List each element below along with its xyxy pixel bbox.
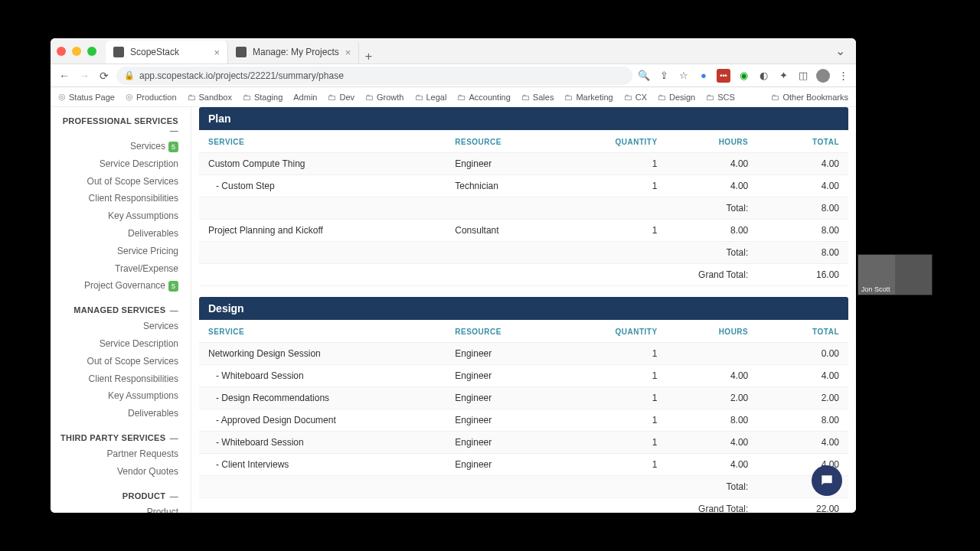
menu-icon[interactable]: ⋮ <box>836 69 850 83</box>
cell-quantity: 1 <box>576 175 667 197</box>
bookmark-staging[interactable]: 🗀Staging <box>243 93 283 102</box>
close-tab-icon[interactable]: × <box>345 47 351 58</box>
grammarly-icon[interactable]: ◉ <box>737 69 750 83</box>
sidepanel-icon[interactable]: ◫ <box>796 69 810 83</box>
bookmark-production[interactable]: ◎Production <box>126 92 177 102</box>
sidebar-section-header[interactable]: PRODUCT — <box>51 488 191 504</box>
sidebar-link[interactable]: Services <box>51 318 191 335</box>
sidebar-section-header[interactable]: THIRD PARTY SERVICES — <box>51 430 191 445</box>
extension-icon[interactable]: ◐ <box>756 69 770 83</box>
sidebar-link[interactable]: Project Governance <box>51 277 191 295</box>
sidebar-link[interactable]: Deliverables <box>51 225 191 243</box>
sidebar-link[interactable]: Service Description <box>51 335 191 353</box>
col-hours[interactable]: HOURS <box>667 130 758 153</box>
table-row[interactable]: - Approved Design Document Engineer 1 8.… <box>199 409 848 432</box>
cell-resource: Engineer <box>446 153 576 175</box>
profile-avatar[interactable] <box>816 69 830 83</box>
sidebar-link[interactable]: Service Description <box>51 155 191 173</box>
table-row[interactable]: Custom Compute Thing Engineer 1 4.00 4.0… <box>199 153 848 175</box>
chat-fab[interactable] <box>812 465 842 496</box>
bookmark-cx[interactable]: 🗀CX <box>624 93 647 102</box>
folder-icon: 🗀 <box>706 93 714 102</box>
cell-total: 4.00 <box>757 432 848 454</box>
extension-icon[interactable]: ● <box>697 69 710 83</box>
minimize-window-button[interactable] <box>72 47 81 56</box>
col-total[interactable]: TOTAL <box>757 130 848 153</box>
search-icon[interactable]: 🔍 <box>637 69 651 83</box>
col-service[interactable]: SERVICE <box>199 320 446 343</box>
other-bookmarks[interactable]: 🗀Other Bookmarks <box>771 93 848 102</box>
cell-quantity: 1 <box>576 343 667 365</box>
bookmark-scs[interactable]: 🗀SCS <box>706 93 735 102</box>
close-window-button[interactable] <box>57 47 66 56</box>
bookmark-accounting[interactable]: 🗀Accounting <box>457 93 510 102</box>
bookmark-sales[interactable]: 🗀Sales <box>521 93 554 102</box>
sidebar-link[interactable]: Vendor Quotes <box>51 463 191 481</box>
address-bar[interactable]: 🔒 app.scopestack.io/projects/22221/summa… <box>116 67 632 85</box>
col-quantity[interactable]: QUANTITY <box>576 130 667 153</box>
sidebar-link[interactable]: Services <box>51 138 191 155</box>
bookmark-sandbox[interactable]: 🗀Sandbox <box>188 93 232 102</box>
table-row[interactable]: - Whiteboard Session Engineer 1 4.00 4.0… <box>199 365 848 387</box>
bookmark-design[interactable]: 🗀Design <box>658 93 695 102</box>
table-row[interactable]: - Design Recommendations Engineer 1 2.00… <box>199 387 848 409</box>
sidebar-link[interactable]: Out of Scope Services <box>51 173 191 191</box>
table-row[interactable]: Project Planning and Kickoff Consultant … <box>199 220 848 242</box>
sidebar-link[interactable]: Client Responsibilities <box>51 370 191 388</box>
col-resource[interactable]: RESOURCE <box>446 320 576 343</box>
sidebar-link[interactable]: Deliverables <box>51 405 191 422</box>
sidebar-link[interactable]: Client Responsibilities <box>51 190 191 207</box>
tab-overflow-icon[interactable]: ⌄ <box>831 44 850 58</box>
folder-icon: 🗀 <box>328 93 336 102</box>
bookmark-status-page[interactable]: ◎Status Page <box>58 92 115 102</box>
forward-button[interactable]: → <box>77 68 92 83</box>
bookmark-icon[interactable]: ☆ <box>677 69 691 83</box>
col-quantity[interactable]: QUANTITY <box>576 320 667 343</box>
table-row[interactable]: - Client Interviews Engineer 1 4.00 4.00 <box>199 454 848 476</box>
sidebar-link[interactable]: Key Assumptions <box>51 387 191 405</box>
bookmark-dev[interactable]: 🗀Dev <box>328 93 354 102</box>
main-content: Plan SERVICE RESOURCE QUANTITY HOURS TOT… <box>191 107 856 513</box>
sidebar-section-header[interactable]: PROFESSIONAL SERVICES — <box>51 113 191 138</box>
reload-button[interactable]: ⟳ <box>96 68 112 83</box>
extensions-icon[interactable]: ✦ <box>776 69 790 83</box>
share-icon[interactable]: ⇪ <box>657 69 671 83</box>
sidebar-link[interactable]: Service Pricing <box>51 243 191 260</box>
table-row[interactable]: Networking Design Session Engineer 1 0.0… <box>199 343 848 365</box>
sidebar-link[interactable]: Out of Scope Services <box>51 353 191 370</box>
sidebar-link[interactable]: Partner Requests <box>51 445 191 463</box>
bookmark-admin[interactable]: Admin <box>293 93 317 102</box>
col-resource[interactable]: RESOURCE <box>446 130 576 153</box>
new-tab-button[interactable]: + <box>359 50 377 64</box>
bookmark-growth[interactable]: 🗀Growth <box>365 93 403 102</box>
tab-scopestack[interactable]: ScopeStack × <box>106 41 228 64</box>
sidebar-link[interactable]: Travel/Expense <box>51 260 191 278</box>
sidebar-section-header[interactable]: MANAGED SERVICES — <box>51 302 191 318</box>
back-button[interactable]: ← <box>57 68 72 83</box>
close-tab-icon[interactable]: × <box>214 47 220 58</box>
col-total[interactable]: TOTAL <box>757 320 848 343</box>
phase-block: Design SERVICE RESOURCE QUANTITY HOURS T… <box>199 297 848 513</box>
sidebar-link[interactable]: Key Assumptions <box>51 207 191 225</box>
cell-quantity: 1 <box>576 153 667 175</box>
phase-block: Plan SERVICE RESOURCE QUANTITY HOURS TOT… <box>199 107 848 286</box>
table-row[interactable]: - Custom Step Technician 1 4.00 4.00 <box>199 175 848 197</box>
total-label: Grand Total: <box>667 264 758 286</box>
table-row[interactable]: - Whiteboard Session Engineer 1 4.00 4.0… <box>199 432 848 454</box>
folder-icon: 🗀 <box>243 93 251 102</box>
lastpass-icon[interactable]: ••• <box>717 69 730 83</box>
cell-total: 8.00 <box>757 409 848 432</box>
video-call-thumbnail[interactable]: Jon Scott <box>858 254 933 295</box>
sidebar-link[interactable]: Product <box>51 504 191 513</box>
col-hours[interactable]: HOURS <box>667 320 758 343</box>
total-row: Total: 22.00 <box>199 476 848 498</box>
bookmark-marketing[interactable]: 🗀Marketing <box>564 93 612 102</box>
folder-icon: ◎ <box>126 92 133 102</box>
folder-icon: 🗀 <box>457 93 466 102</box>
phase-header: Plan <box>199 107 848 130</box>
maximize-window-button[interactable] <box>87 47 96 56</box>
tab-manage-projects[interactable]: Manage: My Projects × <box>228 41 359 64</box>
bookmark-legal[interactable]: 🗀Legal <box>415 93 447 102</box>
cell-service: Custom Compute Thing <box>199 153 446 175</box>
col-service[interactable]: SERVICE <box>199 130 446 153</box>
